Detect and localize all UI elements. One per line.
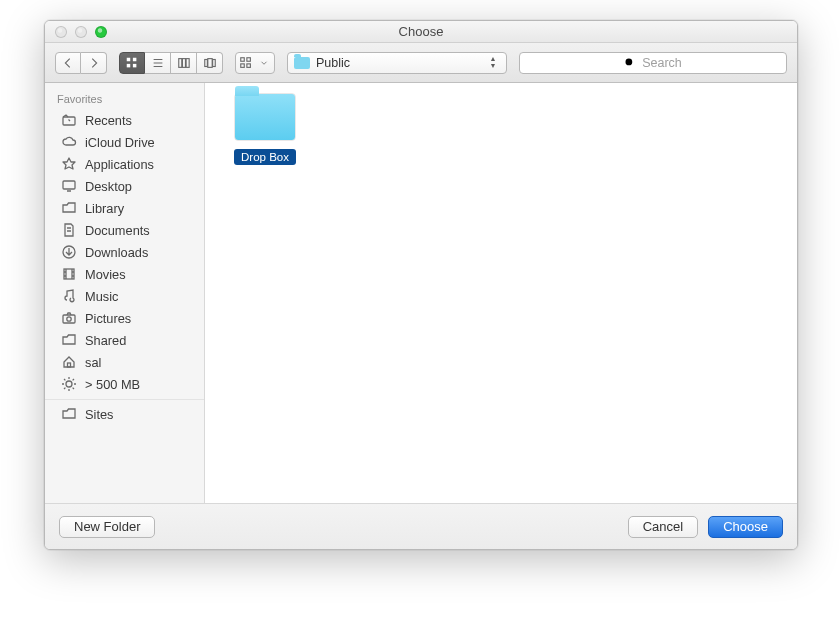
chevron-down-icon (256, 55, 272, 71)
film-icon (61, 266, 77, 282)
grid-icon (124, 55, 140, 71)
sidebar-item-music[interactable]: Music (45, 285, 204, 307)
sidebar-item-label: sal (85, 355, 101, 370)
column-view-button[interactable] (171, 52, 197, 74)
sidebar-item-label: Music (85, 289, 118, 304)
chevron-right-icon (86, 55, 102, 71)
folder-icon (61, 200, 77, 216)
sidebar: Favorites Recents iCloud Drive Applicati… (45, 83, 205, 503)
stepper-icon: ▲▼ (486, 56, 500, 69)
list-view-button[interactable] (145, 52, 171, 74)
sidebar-item-documents[interactable]: Documents (45, 219, 204, 241)
sidebar-item-label: Desktop (85, 179, 132, 194)
svg-rect-10 (204, 59, 207, 66)
svg-rect-3 (133, 63, 137, 67)
sidebar-item-label: Pictures (85, 311, 131, 326)
title-bar: Choose (45, 21, 797, 43)
svg-rect-12 (212, 59, 215, 66)
search-field[interactable]: Search (519, 52, 787, 74)
download-icon (61, 244, 77, 260)
choose-button[interactable]: Choose (708, 516, 783, 538)
svg-rect-2 (127, 63, 131, 67)
sidebar-item-recents[interactable]: Recents (45, 109, 204, 131)
svg-rect-15 (241, 63, 245, 67)
sidebar-item-label: Library (85, 201, 124, 216)
sidebar-item-library[interactable]: Library (45, 197, 204, 219)
group-icon (238, 55, 254, 71)
path-label: Public (316, 56, 480, 70)
svg-point-35 (66, 381, 72, 387)
file-item-label: Drop Box (234, 149, 296, 165)
back-button[interactable] (55, 52, 81, 74)
svg-line-18 (632, 64, 635, 67)
file-browser-content[interactable]: Drop Box (205, 83, 797, 503)
folder-icon (61, 332, 77, 348)
svg-rect-19 (63, 117, 75, 125)
sidebar-item-label: Shared (85, 333, 126, 348)
sidebar-item-icloud[interactable]: iCloud Drive (45, 131, 204, 153)
sidebar-item-applications[interactable]: Applications (45, 153, 204, 175)
cloud-icon (61, 134, 77, 150)
cancel-button[interactable]: Cancel (628, 516, 698, 538)
sidebar-item-label: Documents (85, 223, 150, 238)
main-body: Favorites Recents iCloud Drive Applicati… (45, 83, 797, 503)
nav-controls (55, 52, 107, 74)
new-folder-button[interactable]: New Folder (59, 516, 155, 538)
music-icon (61, 288, 77, 304)
folder-icon (61, 406, 77, 422)
search-placeholder: Search (642, 56, 682, 70)
home-icon (61, 354, 77, 370)
coverflow-view-button[interactable] (197, 52, 223, 74)
sidebar-header-favorites: Favorites (45, 89, 204, 109)
columns-icon (176, 55, 192, 71)
forward-button[interactable] (81, 52, 107, 74)
window-title: Choose (45, 24, 797, 39)
file-item-drop-box[interactable]: Drop Box (225, 93, 305, 165)
svg-rect-13 (241, 57, 245, 61)
document-icon (61, 222, 77, 238)
svg-rect-34 (68, 363, 71, 367)
sidebar-item-label: > 500 MB (85, 377, 140, 392)
svg-rect-7 (178, 58, 181, 67)
chevron-left-icon (60, 55, 76, 71)
app-icon (61, 156, 77, 172)
icon-view-button[interactable] (119, 52, 145, 74)
sidebar-item-label: Applications (85, 157, 154, 172)
sidebar-item-movies[interactable]: Movies (45, 263, 204, 285)
toolbar: Public ▲▼ Search (45, 43, 797, 83)
clock-folder-icon (61, 112, 77, 128)
sidebar-item-label: Movies (85, 267, 126, 282)
sidebar-item-shared[interactable]: Shared (45, 329, 204, 351)
list-icon (150, 55, 166, 71)
group-by-button[interactable] (235, 52, 275, 74)
file-chooser-window: Choose (44, 20, 798, 550)
path-selector[interactable]: Public ▲▼ (287, 52, 507, 74)
search-icon (624, 57, 636, 69)
svg-rect-8 (182, 58, 185, 67)
sidebar-item-downloads[interactable]: Downloads (45, 241, 204, 263)
desktop-icon (61, 178, 77, 194)
sidebar-item-label: Recents (85, 113, 132, 128)
sidebar-item-label: Sites (85, 407, 113, 422)
sidebar-item-sites[interactable]: Sites (45, 399, 204, 425)
svg-point-33 (67, 317, 71, 321)
svg-point-17 (626, 58, 633, 65)
folder-icon (234, 93, 296, 141)
coverflow-icon (202, 55, 218, 71)
sidebar-item-home[interactable]: sal (45, 351, 204, 373)
svg-rect-20 (63, 181, 75, 189)
footer: New Folder Cancel Choose (45, 503, 797, 549)
svg-rect-16 (247, 63, 251, 67)
sidebar-item-pictures[interactable]: Pictures (45, 307, 204, 329)
group-controls (235, 52, 275, 74)
sidebar-item-smart-folder[interactable]: > 500 MB (45, 373, 204, 395)
view-mode-controls (119, 52, 223, 74)
sidebar-item-label: Downloads (85, 245, 148, 260)
svg-rect-9 (186, 58, 189, 67)
gear-icon (61, 376, 77, 392)
svg-rect-14 (247, 57, 251, 61)
svg-rect-1 (133, 57, 137, 61)
folder-icon (294, 57, 310, 69)
sidebar-item-desktop[interactable]: Desktop (45, 175, 204, 197)
sidebar-item-label: iCloud Drive (85, 135, 155, 150)
